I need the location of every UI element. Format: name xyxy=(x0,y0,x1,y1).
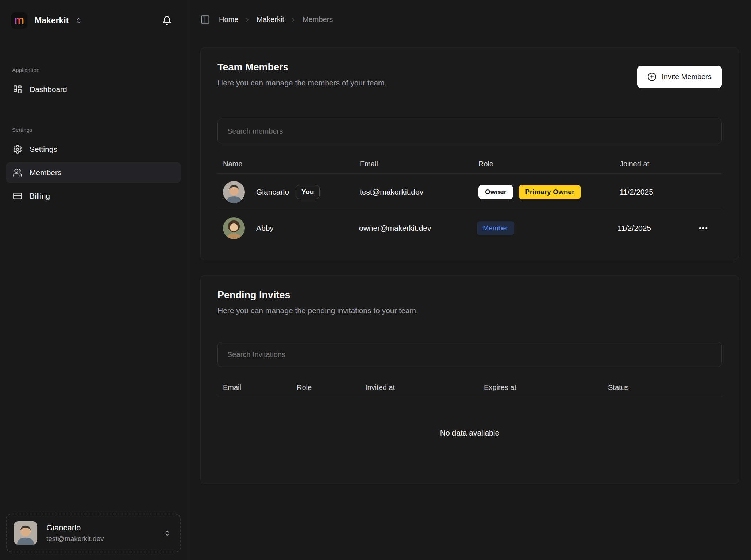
app-root: m Makerkit Application Dashboard Setting… xyxy=(0,0,751,560)
breadcrumb: Home Makerkit Members xyxy=(219,15,333,24)
nav-section-settings: Settings xyxy=(12,127,181,133)
column-header-invited-at: Invited at xyxy=(365,383,484,392)
member-name: Giancarlo xyxy=(256,188,289,196)
makerkit-logo: m xyxy=(11,12,27,29)
chevron-right-icon xyxy=(244,16,251,23)
column-header-role: Role xyxy=(478,160,620,168)
chevron-right-icon xyxy=(290,16,297,23)
member-name-cell: Giancarlo You xyxy=(217,181,360,203)
avatar-giancarlo-image xyxy=(223,181,245,203)
table-row-giancarlo: Giancarlo You test@makerkit.dev Owner Pr… xyxy=(217,174,722,210)
pending-invites-table: Email Role Invited at Expires at Status … xyxy=(217,378,722,437)
member-joined-at: 11/2/2025 xyxy=(617,224,696,233)
user-name: Giancarlo xyxy=(46,523,104,533)
bell-icon xyxy=(162,16,172,26)
row-menu-button[interactable] xyxy=(696,220,711,236)
column-header-expires-at: Expires at xyxy=(484,383,608,392)
search-invitations-input[interactable] xyxy=(217,342,722,367)
chevrons-up-down-icon xyxy=(164,529,171,537)
breadcrumb-makerkit[interactable]: Makerkit xyxy=(257,15,284,24)
sidebar-item-billing[interactable]: Billing xyxy=(6,185,181,206)
team-members-subtitle: Here you can manage the members of your … xyxy=(217,78,386,87)
member-role-cell: Owner Primary Owner xyxy=(478,185,620,199)
invite-members-button[interactable]: Invite Members xyxy=(637,66,722,88)
pending-invites-card: Pending Invites Here you can manage the … xyxy=(200,275,739,484)
workspace-name: Makerkit xyxy=(35,16,69,26)
ellipsis-horizontal-icon xyxy=(698,223,709,234)
top-bar: Home Makerkit Members xyxy=(187,0,751,24)
you-badge: You xyxy=(296,185,320,199)
notifications-button[interactable] xyxy=(162,16,172,26)
pending-invites-header: Pending Invites Here you can manage the … xyxy=(217,289,722,315)
member-actions-cell xyxy=(696,220,722,236)
sidebar-item-label: Dashboard xyxy=(30,85,67,94)
main-content: Home Makerkit Members Team Members Here … xyxy=(187,0,751,560)
sidebar-item-dashboard[interactable]: Dashboard xyxy=(6,79,181,100)
sidebar: m Makerkit Application Dashboard Setting… xyxy=(0,0,187,560)
pending-invites-title: Pending Invites xyxy=(217,289,418,301)
nav-section-application: Application xyxy=(12,67,181,73)
search-members-input[interactable] xyxy=(217,119,722,143)
column-header-role: Role xyxy=(297,383,365,392)
avatar xyxy=(223,181,245,203)
panel-left-icon xyxy=(200,15,210,24)
chevrons-up-down-icon xyxy=(75,16,82,25)
sidebar-item-label: Members xyxy=(30,168,62,177)
column-header-status: Status xyxy=(608,383,722,392)
team-members-header: Team Members Here you can manage the mem… xyxy=(217,61,722,88)
layout-dashboard-icon xyxy=(13,85,22,94)
workspace-selector[interactable]: m Makerkit xyxy=(11,12,82,29)
invite-members-label: Invite Members xyxy=(662,73,712,81)
sidebar-item-label: Settings xyxy=(30,145,57,154)
user-avatar xyxy=(14,521,37,545)
column-header-email: Email xyxy=(360,160,478,168)
breadcrumb-members: Members xyxy=(303,15,333,24)
sidebar-item-label: Billing xyxy=(30,192,50,200)
sidebar-item-members[interactable]: Members xyxy=(6,162,181,183)
column-header-joined-at: Joined at xyxy=(620,160,698,168)
users-icon xyxy=(13,168,22,177)
member-name: Abby xyxy=(256,224,274,233)
logo-letter: m xyxy=(14,14,24,26)
member-badge: Member xyxy=(477,221,514,235)
team-members-title: Team Members xyxy=(217,61,386,73)
primary-owner-badge: Primary Owner xyxy=(519,185,581,199)
sidebar-nav: Application Dashboard Settings Settings … xyxy=(0,67,187,206)
table-row-abby: Abby owner@makerkit.dev Member 11/2/2025 xyxy=(217,210,722,246)
member-role-cell: Member xyxy=(477,221,617,235)
user-info: Giancarlo test@makerkit.dev xyxy=(46,523,104,543)
breadcrumb-home[interactable]: Home xyxy=(219,15,238,24)
avatar-abby-image xyxy=(223,217,245,239)
member-name-cell: Abby xyxy=(217,217,359,239)
plus-circle-icon xyxy=(647,72,656,81)
owner-badge: Owner xyxy=(478,185,513,199)
team-members-table: Name Email Role Joined at xyxy=(217,154,722,246)
pending-invites-titles: Pending Invites Here you can manage the … xyxy=(217,289,418,315)
sidebar-toggle-button[interactable] xyxy=(200,15,210,24)
sidebar-item-settings[interactable]: Settings xyxy=(6,139,181,160)
avatar-giancarlo-image xyxy=(14,521,37,545)
user-email: test@makerkit.dev xyxy=(46,535,104,543)
avatar xyxy=(223,217,245,239)
team-members-titles: Team Members Here you can manage the mem… xyxy=(217,61,386,87)
column-header-email: Email xyxy=(217,383,297,392)
empty-state-message: No data available xyxy=(217,397,722,437)
column-header-name: Name xyxy=(217,160,360,168)
member-email: test@makerkit.dev xyxy=(360,188,478,196)
team-members-table-header: Name Email Role Joined at xyxy=(217,154,722,174)
pending-invites-subtitle: Here you can manage the pending invitati… xyxy=(217,306,418,315)
team-members-card: Team Members Here you can manage the mem… xyxy=(200,47,739,260)
credit-card-icon xyxy=(13,191,22,201)
sidebar-header: m Makerkit xyxy=(0,0,187,29)
gear-icon xyxy=(13,145,22,154)
user-menu[interactable]: Giancarlo test@makerkit.dev xyxy=(6,514,181,552)
member-email: owner@makerkit.dev xyxy=(359,224,477,233)
member-joined-at: 11/2/2025 xyxy=(620,188,698,196)
pending-invites-table-header: Email Role Invited at Expires at Status xyxy=(217,378,722,397)
